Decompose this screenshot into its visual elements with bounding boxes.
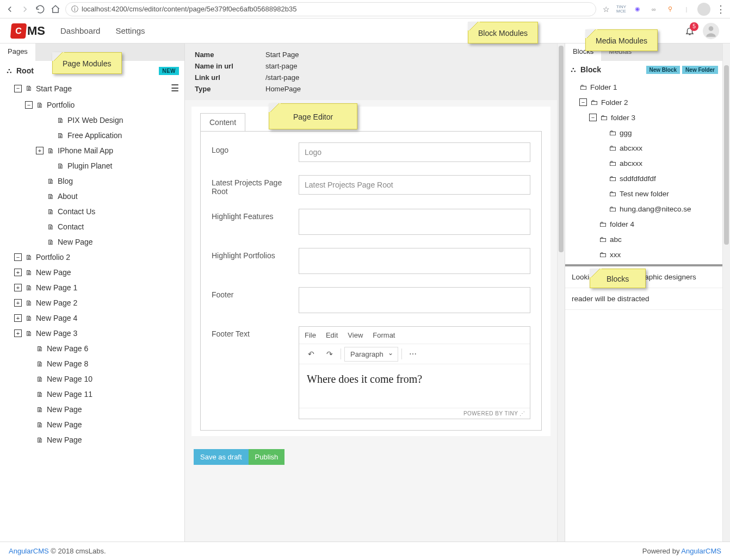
page-tree-item[interactable]: Free Application [2, 128, 182, 143]
page-tree-item[interactable]: Contact Us [2, 204, 182, 219]
page-tree-item[interactable]: +New Page 4 [2, 310, 182, 326]
block-tree-item[interactable]: −Folder 2 [565, 95, 722, 110]
block-tree-item[interactable]: folder 4 [565, 216, 722, 232]
expand-icon[interactable]: + [36, 147, 44, 154]
new-badge[interactable]: NEW [159, 67, 179, 75]
expand-icon[interactable]: − [14, 85, 22, 92]
page-tree-item[interactable]: New Page 8 [2, 356, 182, 371]
hp-box[interactable] [299, 248, 530, 274]
rte-format[interactable]: Format [373, 331, 395, 339]
expand-icon[interactable]: + [14, 299, 22, 307]
page-tree-item[interactable]: PIX Web Design [2, 113, 182, 128]
root-label[interactable]: Root [16, 66, 34, 75]
block-tree-item[interactable]: Test new folder [565, 186, 722, 201]
save-draft-button[interactable]: Save as draft [194, 449, 249, 465]
block-tree-item[interactable]: hung.dang@niteco.se [565, 201, 722, 216]
undo-icon[interactable]: ↶ [304, 346, 319, 362]
rte-view[interactable]: View [348, 331, 363, 339]
page-tree-item[interactable]: +New Page 1 [2, 280, 182, 295]
rte-powered: POWERED BY TINY ⋰ [299, 408, 530, 419]
ext-icon[interactable]: ◉ [632, 4, 643, 15]
rte-edit[interactable]: Edit [326, 331, 338, 339]
footer-box[interactable] [299, 287, 530, 313]
svg-point-0 [709, 26, 714, 31]
page-tree-item[interactable]: −Start Page☰ [2, 79, 182, 97]
hf-box[interactable] [299, 209, 530, 235]
page-tree-item[interactable]: New Page [2, 234, 182, 250]
block-tree-item[interactable]: Folder 1 [565, 79, 722, 95]
footer-left-link[interactable]: AngularCMS [9, 547, 49, 555]
expand-icon[interactable]: − [25, 101, 33, 109]
block-tree-item[interactable]: abc [565, 232, 722, 247]
rte-content[interactable]: Where does it come from? [299, 364, 530, 408]
page-tree-item[interactable]: New Page 6 [2, 341, 182, 356]
page-tree-item[interactable]: New Page 10 [2, 371, 182, 387]
block-tree-item[interactable]: sddfdfddfdf [565, 171, 722, 186]
more-icon[interactable]: ⋯ [405, 346, 420, 362]
footer-right-link[interactable]: AngularCMS [681, 547, 721, 555]
expand-icon[interactable]: − [589, 114, 597, 121]
page-tree-item[interactable]: −Portfolio 2 [2, 250, 182, 265]
right-scrollbar[interactable] [722, 43, 730, 542]
block-tree-item[interactable]: −folder 3 [565, 110, 722, 125]
new-block-button[interactable]: New Block [646, 66, 680, 74]
page-tree-item[interactable]: +New Page 2 [2, 295, 182, 310]
file-icon [57, 132, 64, 139]
home-icon[interactable] [50, 4, 61, 15]
expand-icon[interactable]: + [14, 269, 22, 276]
block-root-label[interactable]: Block [580, 65, 601, 74]
nav-settings[interactable]: Settings [115, 26, 145, 35]
file-icon [36, 375, 44, 383]
page-tree-item[interactable]: +New Page [2, 265, 182, 280]
expand-icon[interactable]: + [14, 284, 22, 291]
page-tree-item[interactable]: Plugin Planet [2, 158, 182, 173]
publish-button[interactable]: Publish [249, 449, 285, 465]
block-tree-item[interactable]: abcxxx [565, 140, 722, 155]
page-tree-item[interactable]: New Page 11 [2, 387, 182, 402]
format-select[interactable]: Paragraph [344, 347, 398, 362]
logo-input[interactable] [299, 142, 530, 162]
latest-input[interactable] [299, 175, 530, 195]
tab-content[interactable]: Content [200, 113, 245, 131]
page-tree-item[interactable]: Contact [2, 219, 182, 234]
expand-icon[interactable]: + [14, 329, 22, 337]
block-list-item[interactable]: reader will be distracted [565, 288, 722, 310]
page-tree-item[interactable]: −Portfolio [2, 97, 182, 113]
action-bar: Save as draft Publish [185, 443, 557, 471]
expand-icon[interactable]: + [14, 314, 22, 322]
back-icon[interactable] [4, 4, 15, 15]
page-tree-item[interactable]: New Page [2, 432, 182, 447]
redo-icon[interactable]: ↷ [322, 346, 337, 362]
ext-tinymce[interactable]: TINY MCE [616, 4, 627, 15]
logo[interactable]: C MS [11, 23, 45, 39]
user-avatar[interactable] [703, 23, 719, 39]
page-tree-item[interactable]: +IPhone Mail App [2, 143, 182, 158]
middle-scrollbar[interactable] [557, 43, 565, 542]
tab-pages[interactable]: Pages [0, 43, 35, 61]
nav-dashboard[interactable]: Dashboard [60, 26, 100, 35]
reload-icon[interactable] [35, 4, 46, 15]
page-tree-item[interactable]: New Page [2, 417, 182, 432]
block-tree-item[interactable]: ggg [565, 125, 722, 140]
browser-menu-icon[interactable]: ⋮ [716, 3, 726, 15]
page-tree-item[interactable]: +New Page 3 [2, 326, 182, 341]
browser-avatar[interactable] [697, 3, 710, 16]
url-bar[interactable]: ⓘ localhost:4200/cms/editor/content/page… [65, 2, 596, 16]
rte-file[interactable]: File [305, 331, 316, 339]
page-tree-item[interactable]: New Page [2, 402, 182, 417]
item-menu-icon[interactable]: ☰ [171, 83, 179, 94]
star-icon[interactable]: ☆ [601, 4, 611, 15]
expand-icon[interactable]: − [579, 98, 587, 106]
forward-icon[interactable] [20, 4, 30, 15]
logo-text: MS [27, 24, 45, 38]
page-tree-item[interactable]: Blog [2, 173, 182, 189]
ext-icon[interactable]: ⚲ [665, 4, 676, 15]
block-tree-item[interactable]: abcxxx [565, 155, 722, 171]
meta-link: /start-page [265, 73, 299, 82]
ext-icon[interactable]: ∞ [648, 4, 659, 15]
block-tree-item[interactable]: xxx [565, 247, 722, 262]
expand-icon[interactable]: − [14, 253, 22, 261]
new-folder-button[interactable]: New Folder [682, 66, 718, 74]
page-tree-item[interactable]: About [2, 189, 182, 204]
bell-icon[interactable]: 5 [684, 26, 695, 36]
